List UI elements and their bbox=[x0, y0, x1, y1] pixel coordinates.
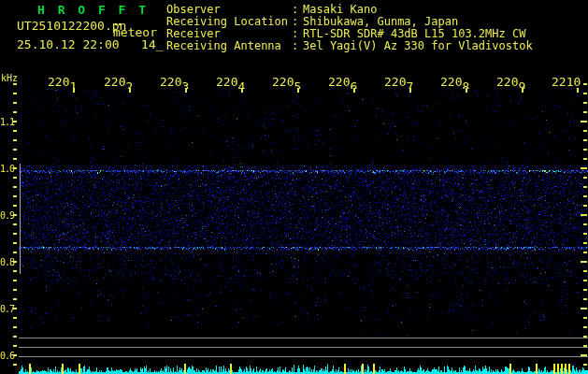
time-tick-label: 2204 bbox=[216, 75, 245, 89]
freq-tick-label: 0.6 bbox=[0, 351, 14, 361]
freq-tick-label: 1.0 bbox=[0, 164, 14, 174]
filename-label: UT2510122200.pn bbox=[17, 19, 126, 33]
time-tick-label: 2206 bbox=[328, 75, 357, 89]
time-tick-label: 2202 bbox=[104, 75, 133, 89]
hrofft-window: H R O F F T UT2510122200.pn meteor 25.10… bbox=[0, 0, 588, 374]
info-row-observer: Observer:Masaki Kano bbox=[166, 3, 377, 16]
info-label: Receiving Antenna bbox=[166, 39, 292, 52]
time-tick-label: 2208 bbox=[440, 75, 469, 89]
info-value: Masaki Kano bbox=[303, 3, 377, 16]
freq-axis-unit: kHz bbox=[1, 73, 18, 83]
spectrogram-canvas bbox=[0, 0, 588, 374]
info-value: Shibukawa, Gunma, Japan bbox=[303, 15, 458, 28]
info-value: RTL-SDR SDR# 43dB L15 103.2MHz CW bbox=[303, 27, 525, 40]
info-row-antenna: Receiving Antenna:3el Yagi(V) Az 330 for… bbox=[166, 39, 533, 52]
separator: : bbox=[292, 3, 299, 16]
time-tick-label: 2205 bbox=[272, 75, 301, 89]
info-row-receiver: Receiver:RTL-SDR SDR# 43dB L15 103.2MHz … bbox=[166, 27, 525, 40]
info-label: Receiving Location bbox=[166, 15, 292, 28]
freq-tick-label: 0.7 bbox=[0, 304, 14, 314]
time-tick-label: 2201 bbox=[48, 75, 77, 89]
info-row-location: Receiving Location:Shibukawa, Gunma, Jap… bbox=[166, 15, 458, 28]
datetime-counter-label: 25.10.12 22:00 14_ bbox=[17, 37, 164, 51]
info-label: Receiver bbox=[166, 27, 292, 40]
info-value: 3el Yagi(V) Az 330 for Vladivostok bbox=[303, 39, 533, 52]
freq-tick-label: 0.8 bbox=[0, 257, 14, 267]
app-title: H R O F F T bbox=[37, 3, 149, 17]
time-tick-label-last: 2210 bbox=[552, 75, 581, 89]
time-tick-label: 2207 bbox=[384, 75, 413, 89]
separator: : bbox=[292, 15, 299, 28]
info-label: Observer bbox=[166, 3, 292, 16]
separator: : bbox=[292, 39, 299, 52]
freq-tick-label: 0.9 bbox=[0, 210, 14, 221]
separator: : bbox=[292, 27, 299, 40]
freq-tick-label: 1.1 bbox=[0, 117, 14, 127]
time-tick-label: 2209 bbox=[496, 75, 525, 89]
time-tick-label: 2203 bbox=[160, 75, 189, 89]
